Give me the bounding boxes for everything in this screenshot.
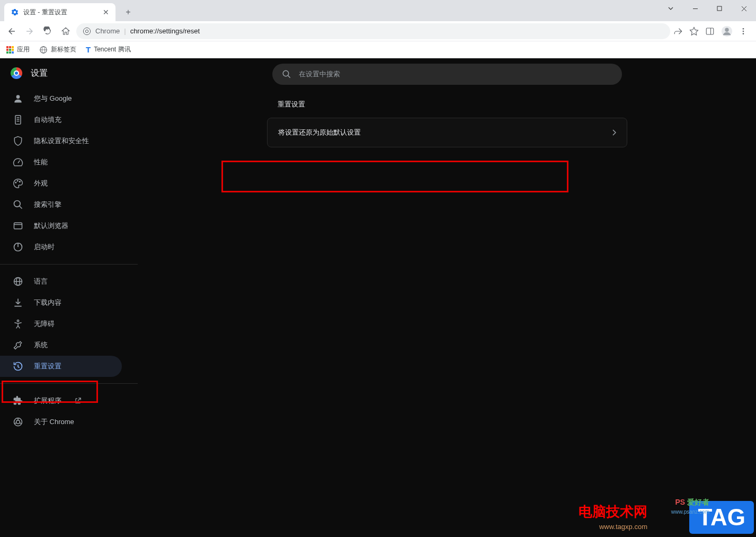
sidebar-item-about-chrome[interactable]: 关于 Chrome [0,411,138,433]
person-icon [13,93,23,104]
svg-point-40 [283,71,289,76]
svg-point-23 [17,180,18,181]
history-icon [13,361,23,372]
side-panel-icon[interactable] [705,27,715,36]
new-tab-button[interactable]: + [121,5,136,20]
svg-rect-1 [717,6,722,11]
svg-point-7 [725,28,728,31]
globe-icon [39,46,48,54]
svg-line-21 [18,161,20,163]
gear-icon [11,8,19,16]
nav-label: 下载内容 [34,298,61,307]
svg-point-24 [20,181,21,182]
bookmark-tencent[interactable]: T Tencent 腾讯 [86,45,131,54]
reset-label: 将设置还原为原始默认设置 [278,128,361,137]
nav-label: 启动时 [34,242,55,252]
bookmark-label: 新标签页 [51,45,76,54]
sidebar-item-downloads[interactable]: 下载内容 [0,292,138,313]
svg-line-39 [14,422,16,424]
nav-separator [0,264,138,265]
tab-title: 设置 - 重置设置 [23,8,67,17]
sidebar-item-privacy[interactable]: 隐私设置和安全性 [0,130,138,152]
bookmark-apps[interactable]: 应用 [6,45,30,54]
section-title: 重置设置 [267,100,627,118]
chrome-icon [13,417,23,427]
settings-sidebar: 设置 您与 Google 自动填充 隐私设置和安全性 性能 外观 搜索引擎 [0,58,138,537]
accessibility-icon [13,319,23,329]
nav-label: 无障碍 [34,319,55,329]
nav-label: 关于 Chrome [34,417,74,427]
browser-icon [13,221,23,231]
profile-avatar[interactable] [721,25,733,37]
speed-icon [13,157,23,168]
tab-strip: 设置 - 重置设置 ✕ + [0,0,756,21]
sidebar-item-system[interactable]: 系统 [0,334,138,356]
sidebar-item-accessibility[interactable]: 无障碍 [0,313,138,334]
search-icon [13,199,23,210]
bookmark-star-icon[interactable] [689,27,699,36]
svg-point-10 [743,33,744,34]
sidebar-item-autofill[interactable]: 自动填充 [0,109,138,130]
address-bar[interactable]: Chrome | chrome://settings/reset [76,23,670,39]
bookmark-label: 应用 [17,45,30,54]
autofill-icon [13,115,23,125]
wrench-icon [13,340,23,350]
nav-label: 隐私设置和安全性 [34,136,89,146]
bookmark-label: Tencent 腾讯 [94,45,130,54]
bookmarks-bar: 应用 新标签页 T Tencent 腾讯 [0,41,756,58]
apps-icon [6,46,14,54]
sidebar-item-reset[interactable]: 重置设置 [0,356,122,377]
svg-line-41 [288,75,290,78]
nav-label: 重置设置 [34,362,61,371]
search-placeholder: 在设置中搜索 [299,69,340,79]
svg-rect-17 [15,116,21,125]
watermark-ps-url: www.psanz.com [671,509,709,515]
maximize-button[interactable] [707,0,732,17]
nav-label: 系统 [34,340,48,350]
window-controls [659,0,756,17]
menu-icon[interactable] [739,27,748,36]
sidebar-item-languages[interactable]: 语言 [0,271,138,292]
minimize-button[interactable] [683,0,707,17]
sidebar-item-on-startup[interactable]: 启动时 [0,236,138,258]
svg-point-2 [83,28,90,34]
svg-point-9 [743,30,744,32]
back-button[interactable] [4,24,19,39]
close-window-button[interactable] [732,0,756,17]
settings-search-input[interactable]: 在设置中搜索 [272,64,622,85]
url-scheme-label: Chrome [95,27,120,35]
forward-button[interactable] [22,24,37,39]
sidebar-item-you-and-google[interactable]: 您与 Google [0,88,138,109]
sidebar-item-search-engine[interactable]: 搜索引擎 [0,194,138,215]
svg-point-22 [15,182,16,183]
bookmark-newtab[interactable]: 新标签页 [39,45,76,54]
sidebar-item-performance[interactable]: 性能 [0,152,138,173]
close-icon[interactable]: ✕ [103,8,109,16]
home-button[interactable] [58,24,73,39]
sidebar-title: 设置 [31,68,48,79]
watermark-ps: PS PS 爱好者爱好者 [675,498,709,507]
nav-label: 性能 [34,157,48,167]
sidebar-item-default-browser[interactable]: 默认浏览器 [0,215,138,236]
reset-settings-row[interactable]: 将设置还原为原始默认设置 [268,118,627,147]
chevron-right-icon [612,129,616,136]
nav-label: 外观 [34,179,48,188]
settings-main: 在设置中搜索 重置设置 将设置还原为原始默认设置 [138,58,756,537]
share-icon[interactable] [673,27,683,36]
watermark-text: 电脑技术网 [579,503,647,521]
dropdown-icon[interactable] [659,0,683,17]
watermark-url: www.tagxp.com [599,523,647,531]
svg-line-38 [20,422,22,424]
chrome-icon [83,27,91,36]
download-icon [13,297,23,308]
annotation-highlight-card [221,161,568,192]
search-icon [282,69,291,79]
svg-point-34 [17,320,19,322]
reload-button[interactable] [40,24,55,39]
nav-label: 默认浏览器 [34,221,68,231]
browser-tab[interactable]: 设置 - 重置设置 ✕ [4,3,115,21]
sidebar-item-appearance[interactable]: 外观 [0,173,138,194]
power-icon [13,242,23,252]
nav-label: 语言 [34,277,48,286]
svg-line-26 [20,206,22,209]
